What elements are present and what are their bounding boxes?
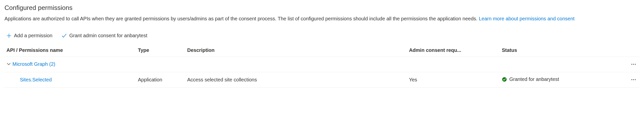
status-text: Granted for anbarytest — [510, 76, 559, 82]
svg-point-6 — [635, 79, 636, 80]
more-menu-button[interactable] — [630, 76, 638, 84]
col-header-description[interactable]: Description — [185, 44, 407, 57]
permission-consent: Yes — [407, 72, 500, 88]
add-permission-button[interactable]: Add a permission — [6, 32, 54, 39]
section-description: Applications are authorized to call APIs… — [4, 15, 640, 22]
grant-consent-label: Grant admin consent for anbarytest — [70, 33, 148, 38]
permission-description: Access selected site collections — [185, 72, 407, 88]
permission-name-link[interactable]: Sites.Selected — [6, 77, 52, 83]
api-group-name: Microsoft Graph (2) — [12, 61, 55, 67]
chevron-down-icon — [6, 62, 11, 66]
description-text: Applications are authorized to call APIs… — [4, 16, 479, 21]
col-header-status[interactable]: Status — [500, 44, 615, 57]
more-menu-button[interactable] — [630, 60, 638, 68]
svg-point-3 — [502, 77, 507, 82]
permissions-table: API / Permissions name Type Description … — [4, 44, 640, 88]
section-title: Configured permissions — [4, 4, 640, 12]
plus-icon — [6, 33, 12, 38]
col-header-name[interactable]: API / Permissions name — [4, 44, 136, 57]
col-header-consent[interactable]: Admin consent requ... — [407, 44, 500, 57]
action-bar: Add a permission Grant admin consent for… — [6, 32, 640, 39]
svg-point-5 — [633, 79, 634, 80]
status-badge: Granted for anbarytest — [502, 76, 559, 82]
check-icon — [62, 33, 67, 38]
svg-point-1 — [633, 64, 634, 65]
status-granted-icon — [502, 77, 507, 82]
col-header-menu — [615, 44, 640, 57]
api-group-toggle[interactable]: Microsoft Graph (2) — [6, 61, 55, 67]
svg-point-4 — [631, 79, 632, 80]
svg-point-0 — [631, 64, 632, 65]
grant-consent-button[interactable]: Grant admin consent for anbarytest — [60, 32, 148, 39]
col-header-type[interactable]: Type — [136, 44, 185, 57]
table-row: Sites.Selected Application Access select… — [4, 72, 640, 88]
permission-type: Application — [136, 72, 185, 88]
learn-more-link[interactable]: Learn more about permissions and consent — [479, 16, 574, 21]
table-header-row: API / Permissions name Type Description … — [4, 44, 640, 57]
add-permission-label: Add a permission — [14, 33, 52, 38]
api-group-row: Microsoft Graph (2) — [4, 57, 640, 72]
svg-point-2 — [635, 64, 636, 65]
